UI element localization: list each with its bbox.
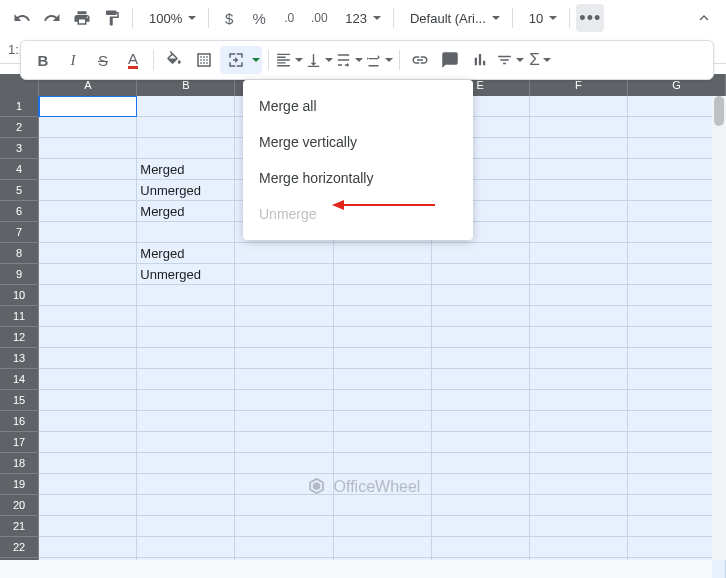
row-header[interactable]: 2 [0, 117, 39, 138]
cell[interactable] [235, 474, 333, 495]
cell[interactable] [137, 390, 235, 411]
cell[interactable] [137, 96, 235, 117]
text-rotation-button[interactable] [365, 46, 393, 74]
cell[interactable] [530, 516, 628, 537]
collapse-toolbar-button[interactable] [690, 4, 718, 32]
cell[interactable] [432, 327, 530, 348]
cell[interactable] [530, 243, 628, 264]
cell[interactable] [235, 348, 333, 369]
cell[interactable] [39, 180, 137, 201]
cell[interactable] [39, 369, 137, 390]
cell[interactable] [137, 348, 235, 369]
cell[interactable] [432, 411, 530, 432]
row-header[interactable]: 15 [0, 390, 39, 411]
cell[interactable] [530, 117, 628, 138]
cell[interactable] [137, 327, 235, 348]
cell[interactable] [530, 327, 628, 348]
cell[interactable] [39, 222, 137, 243]
row-header[interactable]: 1 [0, 96, 39, 117]
strikethrough-button[interactable]: S [89, 46, 117, 74]
cell[interactable] [39, 306, 137, 327]
cell[interactable] [39, 537, 137, 558]
row-header[interactable]: 8 [0, 243, 39, 264]
vertical-align-button[interactable] [305, 46, 333, 74]
zoom-combo[interactable]: 100% [139, 5, 202, 31]
increase-decimal-button[interactable]: .00 [305, 4, 333, 32]
cell[interactable] [39, 138, 137, 159]
menu-item[interactable]: Merge vertically [243, 124, 473, 160]
cell[interactable] [334, 411, 432, 432]
cell[interactable] [530, 453, 628, 474]
cell[interactable] [530, 96, 628, 117]
cell[interactable] [235, 327, 333, 348]
row-header[interactable]: 21 [0, 516, 39, 537]
fill-color-button[interactable] [160, 46, 188, 74]
cell[interactable] [39, 474, 137, 495]
cell[interactable] [235, 495, 333, 516]
undo-button[interactable] [8, 4, 36, 32]
cell[interactable] [235, 285, 333, 306]
row-header[interactable]: 13 [0, 348, 39, 369]
cell[interactable] [334, 369, 432, 390]
cell[interactable] [39, 159, 137, 180]
cell[interactable]: Unmerged [137, 180, 235, 201]
cell[interactable] [137, 222, 235, 243]
cell[interactable] [334, 474, 432, 495]
row-header[interactable]: 11 [0, 306, 39, 327]
borders-button[interactable] [190, 46, 218, 74]
cell[interactable] [334, 432, 432, 453]
cell[interactable] [432, 516, 530, 537]
row-header[interactable]: 3 [0, 138, 39, 159]
cell[interactable] [530, 306, 628, 327]
cell[interactable] [334, 537, 432, 558]
cell[interactable] [530, 432, 628, 453]
cell[interactable]: Merged [137, 201, 235, 222]
text-color-button[interactable]: A [119, 46, 147, 74]
row-header[interactable]: 9 [0, 264, 39, 285]
cell[interactable] [137, 138, 235, 159]
more-toolbar-button[interactable]: ••• [576, 4, 604, 32]
percent-button[interactable]: % [245, 4, 273, 32]
cell[interactable] [235, 453, 333, 474]
functions-button[interactable]: Σ [526, 46, 554, 74]
row-header[interactable]: 22 [0, 537, 39, 558]
cell[interactable] [39, 411, 137, 432]
cell[interactable] [235, 243, 333, 264]
cell[interactable] [39, 495, 137, 516]
cell[interactable] [334, 285, 432, 306]
cell[interactable] [530, 159, 628, 180]
cell[interactable] [334, 348, 432, 369]
row-header[interactable]: 12 [0, 327, 39, 348]
cell[interactable] [432, 348, 530, 369]
cell[interactable] [235, 411, 333, 432]
cell[interactable] [137, 285, 235, 306]
cell[interactable] [235, 369, 333, 390]
row-header[interactable]: 5 [0, 180, 39, 201]
cell[interactable] [334, 306, 432, 327]
cell[interactable] [432, 243, 530, 264]
vertical-scrollbar[interactable] [712, 96, 726, 560]
print-button[interactable] [68, 4, 96, 32]
cell[interactable] [530, 285, 628, 306]
cell[interactable] [137, 369, 235, 390]
menu-item[interactable]: Merge horizontally [243, 160, 473, 196]
cell[interactable] [334, 327, 432, 348]
cell[interactable] [432, 474, 530, 495]
insert-chart-button[interactable] [466, 46, 494, 74]
cell[interactable] [137, 474, 235, 495]
row-header[interactable]: 19 [0, 474, 39, 495]
cell[interactable] [432, 369, 530, 390]
cell[interactable] [39, 453, 137, 474]
row-header[interactable]: 10 [0, 285, 39, 306]
row-header[interactable]: 7 [0, 222, 39, 243]
cell[interactable] [530, 201, 628, 222]
row-header[interactable]: 20 [0, 495, 39, 516]
cell[interactable] [39, 264, 137, 285]
cell[interactable] [530, 411, 628, 432]
cell[interactable] [334, 390, 432, 411]
cell[interactable] [235, 390, 333, 411]
cell[interactable] [432, 432, 530, 453]
cell[interactable] [432, 390, 530, 411]
cell[interactable]: Unmerged [137, 264, 235, 285]
cell[interactable] [137, 411, 235, 432]
